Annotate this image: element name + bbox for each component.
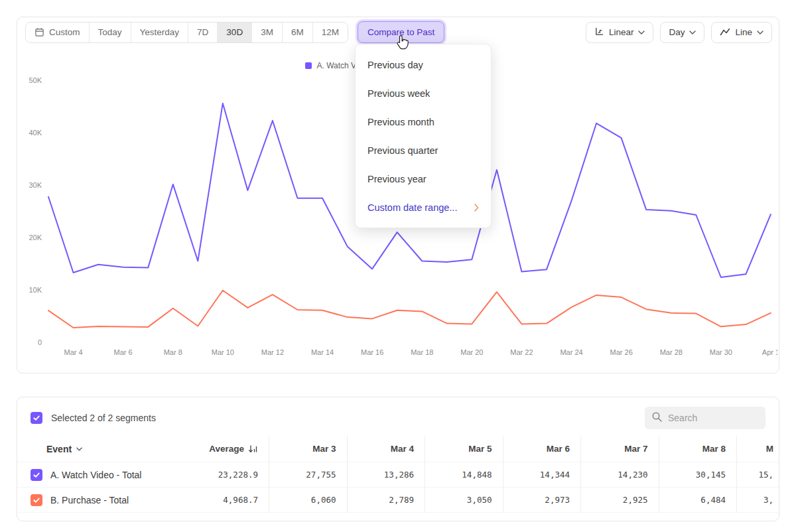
scale-select[interactable]: Linear: [586, 22, 654, 43]
value-cell: 15,: [736, 462, 779, 488]
value-cell: 3,050: [425, 488, 503, 513]
menu-item-previous-month[interactable]: Previous month: [356, 107, 491, 136]
chevron-down-icon: [76, 447, 82, 451]
calendar-icon: [34, 27, 44, 37]
segment-label: B. Purchase - Total: [50, 495, 129, 505]
series-line-b-purchase-total: [48, 291, 771, 328]
chart-toolbar: Custom TodayYesterday7D30D3M6M12M Compar…: [17, 17, 779, 43]
value-cell: 3,: [736, 488, 779, 513]
column-header-mar-6: Mar 6: [503, 436, 581, 462]
column-header-mar-7: Mar 7: [580, 436, 659, 462]
search-box: [645, 407, 765, 429]
menu-item-previous-year[interactable]: Previous year: [356, 165, 491, 193]
search-input[interactable]: [668, 413, 759, 423]
range-button-30d[interactable]: 30D: [217, 23, 251, 42]
value-cell: 13,286: [347, 462, 425, 488]
average-header-label: Average: [209, 444, 244, 454]
svg-text:Mar 10: Mar 10: [212, 348, 234, 356]
interval-label: Day: [669, 27, 685, 37]
column-header-mar-4: Mar 4: [347, 436, 425, 462]
chart-card: Custom TodayYesterday7D30D3M6M12M Compar…: [17, 17, 779, 373]
select-all-checkbox[interactable]: [31, 412, 42, 424]
svg-text:30K: 30K: [29, 181, 42, 189]
range-button-6m[interactable]: 6M: [282, 23, 312, 42]
segment-checkbox[interactable]: [31, 494, 42, 506]
value-cell: 6,484: [659, 488, 737, 513]
custom-date-range-label: Custom date range...: [367, 202, 457, 213]
value-cell: 6,060: [269, 488, 347, 513]
value-cell: 2,973: [503, 488, 581, 513]
column-header-mar-5: Mar 5: [425, 436, 503, 462]
value-cell: 14,344: [503, 462, 581, 488]
menu-item-previous-week[interactable]: Previous week: [356, 79, 491, 107]
svg-text:Mar 6: Mar 6: [114, 348, 133, 356]
selected-count-label: Selected 2 of 2 segments: [51, 413, 156, 423]
segments-table: EventAverageMar 3Mar 4Mar 5Mar 6Mar 7Mar…: [17, 436, 779, 513]
value-cell: 30,145: [659, 462, 737, 488]
svg-text:Mar 12: Mar 12: [261, 348, 284, 356]
table-row-event-cell: B. Purchase - Total: [17, 488, 185, 513]
svg-text:Mar 8: Mar 8: [164, 348, 182, 356]
range-button-7d[interactable]: 7D: [188, 23, 217, 42]
value-cell: 14,848: [425, 462, 503, 488]
chart-controls: Linear Day Line: [586, 22, 772, 43]
column-header-mar-3: Mar 3: [269, 436, 347, 462]
segment-label: A. Watch Video - Total: [50, 470, 141, 480]
svg-text:Mar 24: Mar 24: [560, 348, 582, 356]
value-cell: 2,789: [347, 488, 425, 513]
chevron-down-icon: [757, 31, 763, 34]
custom-range-label: Custom: [49, 27, 80, 37]
value-cell: 14,230: [580, 462, 659, 488]
svg-text:Mar 16: Mar 16: [361, 348, 383, 356]
svg-text:Mar 4: Mar 4: [64, 348, 82, 356]
column-header-m: M: [736, 436, 779, 462]
svg-text:Mar 28: Mar 28: [660, 348, 683, 356]
svg-text:Mar 26: Mar 26: [610, 348, 633, 356]
column-header-mar-8: Mar 8: [659, 436, 737, 462]
segment-checkbox[interactable]: [31, 469, 42, 481]
segments-card: Selected 2 of 2 segments EventAverageMar…: [17, 397, 779, 521]
sort-descending-icon: [248, 444, 258, 454]
interval-select[interactable]: Day: [660, 22, 704, 43]
menu-item-previous-day[interactable]: Previous day: [356, 50, 491, 79]
svg-text:Mar 20: Mar 20: [460, 348, 483, 356]
search-icon: [651, 411, 663, 425]
linear-scale-icon: [594, 27, 604, 38]
value-cell: 2,925: [580, 488, 659, 513]
chevron-down-icon: [689, 31, 696, 34]
menu-item-custom-date-range[interactable]: Custom date range...: [356, 193, 491, 222]
column-header-average[interactable]: Average: [185, 436, 269, 462]
svg-text:Mar 22: Mar 22: [510, 348, 533, 356]
average-value-cell: 4,968.7: [185, 488, 269, 513]
range-button-today[interactable]: Today: [89, 23, 131, 42]
range-button-3m[interactable]: 3M: [251, 23, 282, 42]
svg-text:0: 0: [38, 338, 42, 346]
svg-text:Mar 18: Mar 18: [411, 348, 433, 356]
column-header-event[interactable]: Event: [17, 436, 185, 462]
line-chart-icon: [720, 27, 730, 38]
value-cell: 27,755: [269, 462, 347, 488]
chevron-right-icon: [474, 204, 479, 212]
range-button-12m[interactable]: 12M: [312, 23, 348, 42]
legend-swatch: [305, 62, 312, 69]
custom-range-button[interactable]: Custom: [26, 23, 89, 42]
chart-type-label: Line: [735, 27, 752, 37]
svg-text:40K: 40K: [29, 129, 42, 137]
chevron-down-icon: [638, 31, 645, 34]
date-range-group: Custom TodayYesterday7D30D3M6M12M: [25, 22, 348, 43]
svg-text:Apr 1: Apr 1: [762, 348, 777, 356]
scale-label: Linear: [609, 27, 634, 37]
compare-to-past-button[interactable]: Compare to Past: [358, 21, 444, 43]
compare-dropdown-menu: Previous dayPrevious weekPrevious monthP…: [355, 44, 492, 228]
segments-header: Selected 2 of 2 segments: [17, 397, 779, 436]
svg-text:Mar 30: Mar 30: [710, 348, 732, 356]
range-button-yesterday[interactable]: Yesterday: [131, 23, 188, 42]
average-value-cell: 23,228.9: [185, 462, 269, 488]
table-row-event-cell: A. Watch Video - Total: [17, 462, 185, 488]
svg-text:50K: 50K: [29, 76, 42, 84]
svg-text:20K: 20K: [29, 233, 42, 241]
chart-type-select[interactable]: Line: [711, 22, 772, 43]
svg-text:10K: 10K: [29, 286, 42, 294]
menu-item-previous-quarter[interactable]: Previous quarter: [356, 136, 491, 165]
svg-text:Mar 14: Mar 14: [311, 348, 334, 356]
